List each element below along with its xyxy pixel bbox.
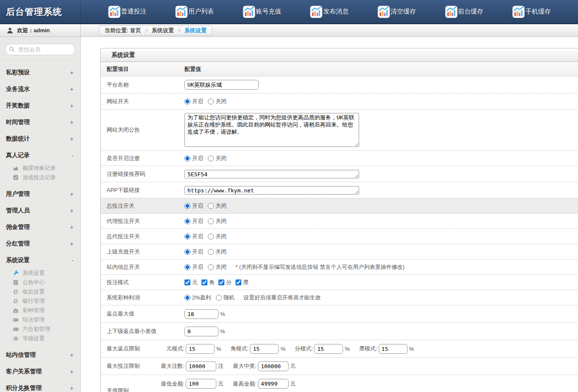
sidebar-item-data-statistics[interactable]: 数据统计 + [0, 130, 80, 147]
nav-item-label: 清空缓存 [391, 8, 416, 16]
expand-icon: + [70, 191, 74, 197]
panel-title: 系统设置 [101, 48, 578, 62]
app-title: 后台管理系统 [0, 0, 81, 23]
platform-name-input[interactable] [184, 80, 259, 90]
nav-item-account-recharge[interactable]: 账号充值 [243, 6, 281, 18]
sidebar-item-live-records[interactable]: 真人记录 - [0, 147, 80, 164]
upper-recharge-on-radio[interactable] [184, 249, 190, 255]
sidebar-item-business-flow[interactable]: 业务流水 + [0, 81, 80, 97]
sidebar-subitem-game-bet-record[interactable]: 游戏投注记录 [0, 173, 80, 182]
register-code-input[interactable]: 5E5F54 [184, 170, 359, 178]
agent-bet-on-radio[interactable] [184, 218, 190, 224]
nav-item-front-cache[interactable]: 前台缓存 [445, 6, 484, 18]
welcome-text: 欢迎：admin [17, 27, 50, 34]
expand-icon: + [70, 385, 74, 392]
nav-item-publish-message[interactable]: 发布消息 [310, 6, 348, 18]
gamepad-icon [13, 317, 19, 323]
general-agent-bet-on-radio[interactable] [184, 234, 190, 240]
nav-item-normal-bet[interactable]: 普通投注 [108, 6, 147, 18]
welcome-bar: 欢迎：admin [0, 24, 81, 37]
sidebar-item-site-message-management[interactable]: 站内信管理 + [0, 347, 80, 363]
config-row-upper-recharge-switch: 上级充值开关 开启 关闭 [101, 244, 578, 259]
bet-mode-fen-checkbox[interactable] [218, 279, 224, 285]
total-bet-off-radio[interactable] [208, 203, 214, 209]
sidebar-subitem-bank-management[interactable]: 银行管理 [0, 296, 80, 306]
sidebar-item-system-settings[interactable]: 系统设置 - [0, 252, 80, 268]
nav-item-label: 普通投注 [121, 8, 147, 16]
nav-item-clear-cache[interactable]: 清空缓存 [377, 6, 416, 18]
sidebar-subitem-system-settings[interactable]: 系统设置 [0, 268, 80, 278]
max-bet-count-input[interactable] [186, 361, 216, 371]
profit-random-radio[interactable] [216, 295, 222, 301]
column-config-item: 配置项目 [101, 65, 184, 73]
sidebar-subitem-level-settings[interactable]: 等级设置 [0, 334, 80, 343]
game-record-icon [13, 175, 19, 180]
max-rebate-jiao-input[interactable] [250, 344, 279, 354]
register-switch-on-radio[interactable] [184, 155, 190, 161]
profit-2pct-radio[interactable] [184, 295, 190, 301]
config-row-app-link: APP下载链接 https://www.fkym.net [101, 182, 578, 198]
recharge-min-input[interactable] [186, 379, 216, 389]
breadcrumb-location: 当前位置: 首页 [105, 27, 141, 34]
collapse-icon: - [71, 152, 74, 159]
config-row-close-notice: 网站关闭公告 为了能让您访问更快更稳定，同时为您提供更高品质的服务，UK英联娱乐… [101, 110, 578, 151]
sidebar-item-dividend-management[interactable]: 分红管理 + [0, 235, 80, 252]
expand-icon: + [70, 224, 74, 231]
max-rebate-fen-input[interactable] [314, 344, 343, 354]
max-rebate-li-input[interactable] [379, 344, 408, 354]
nav-item-user-list[interactable]: 用户列表 [175, 6, 214, 18]
bet-mode-yuan-checkbox[interactable] [184, 279, 190, 285]
message-switch-off-radio[interactable] [208, 264, 214, 270]
breadcrumb-item-current: 系统设置 [184, 27, 207, 34]
sidebar-item-time-management[interactable]: 时间管理 + [0, 114, 80, 130]
site-switch-on-radio[interactable] [184, 99, 190, 104]
sidebar-subitem-announcement-center[interactable]: 公告中心 [0, 278, 80, 287]
expand-icon: + [70, 207, 74, 214]
chart-icon [512, 6, 525, 18]
search-input[interactable] [5, 44, 75, 55]
agent-bet-off-radio[interactable] [208, 218, 214, 224]
app-link-input[interactable]: https://www.fkym.net [184, 186, 359, 195]
sidebar-item-draw-data[interactable]: 开奖数据 + [0, 97, 80, 114]
breadcrumb-item[interactable]: 系统设置 [152, 27, 174, 34]
app-header: 后台管理系统 普通投注 用户列表 账号充值 发布消息 清空缓存 前台缓存 手机缓… [0, 0, 578, 24]
sidebar-item-user-management[interactable]: 用户管理 + [0, 186, 80, 202]
max-win-input[interactable] [258, 361, 289, 371]
rebate-max-input[interactable] [184, 309, 218, 319]
sidebar-subitem-payment-settings[interactable]: 收款设置 [0, 287, 80, 296]
sidebar-subitem-mark-six-management[interactable]: 六合彩管理 [0, 324, 80, 334]
sidebar-subitem-lottery-type-management[interactable]: 彩种管理 [0, 306, 80, 315]
max-rebate-yuan-input[interactable] [186, 344, 215, 354]
config-row-total-bet-switch: 总投注开关 开启 关闭 [101, 198, 578, 214]
rebate-min-diff-input[interactable] [184, 327, 218, 336]
sidebar-item-commission-management[interactable]: 佣金管理 + [0, 219, 80, 235]
sidebar-item-points-exchange-management[interactable]: 积分兑换管理 + [0, 380, 80, 392]
site-switch-off-radio[interactable] [208, 99, 214, 104]
bet-mode-jiao-checkbox[interactable] [201, 279, 207, 285]
recharge-max-input[interactable] [258, 379, 289, 389]
message-switch-note: * (关闭则不显示编写发送信息按钮 禁言个人可在用户列表里操作修改) [235, 263, 405, 271]
config-row-site-switch: 网站开关 开启 关闭 [101, 93, 578, 110]
register-switch-off-radio[interactable] [208, 155, 214, 161]
sidebar-item-admin-staff[interactable]: 管理人员 + [0, 202, 80, 219]
sidebar-item-customer-relation-management[interactable]: 客户关系管理 + [0, 363, 80, 380]
total-bet-on-radio[interactable] [184, 203, 190, 209]
user-icon [7, 27, 13, 34]
sidebar-item-private-lottery-preset[interactable]: 私彩预设 + [0, 64, 80, 81]
expand-icon: + [70, 86, 74, 93]
config-row-register-switch: 是否开启注册 开启 关闭 [101, 151, 578, 166]
bet-mode-li-checkbox[interactable] [235, 279, 241, 285]
upper-recharge-off-radio[interactable] [208, 249, 214, 255]
sidebar-subitem-play-method-management[interactable]: 玩法管理 [0, 315, 80, 324]
expand-icon: + [70, 352, 74, 358]
breadcrumb: 当前位置: 首页 系统设置 系统设置 [99, 25, 212, 35]
general-agent-bet-off-radio[interactable] [208, 234, 214, 240]
nav-item-mobile-cache[interactable]: 手机缓存 [512, 6, 551, 18]
message-switch-on-radio[interactable] [184, 264, 190, 270]
config-row-lottery-profit: 系统彩种利润 2%盈利 随机 设置好后须重启开将器才能生效 [101, 290, 578, 305]
chevron-right-icon [144, 28, 148, 33]
column-config-value: 配置值 [184, 65, 201, 73]
nav-item-label: 手机缓存 [525, 8, 551, 16]
close-notice-textarea[interactable]: 为了能让您访问更快更稳定，同时为您提供更高品质的服务，UK英联娱乐正在维护系统。… [184, 113, 359, 147]
sidebar-subitem-quota-transfer-record[interactable]: 额度转换记录 [0, 164, 80, 173]
